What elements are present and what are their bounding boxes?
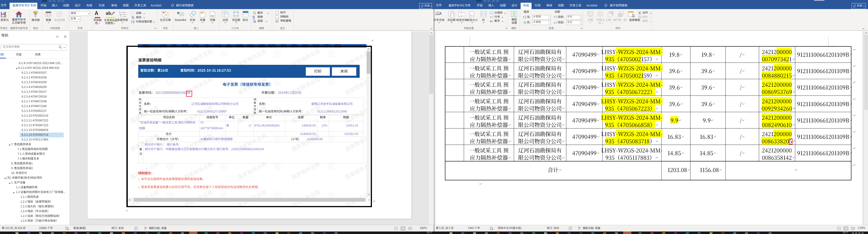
svg-text:ac: ac: [253, 17, 255, 19]
svg-text:1: 1: [119, 11, 120, 13]
svg-text:A: A: [439, 11, 442, 15]
svg-text:bc: bc: [490, 20, 492, 23]
svg-text:#: #: [490, 16, 492, 19]
